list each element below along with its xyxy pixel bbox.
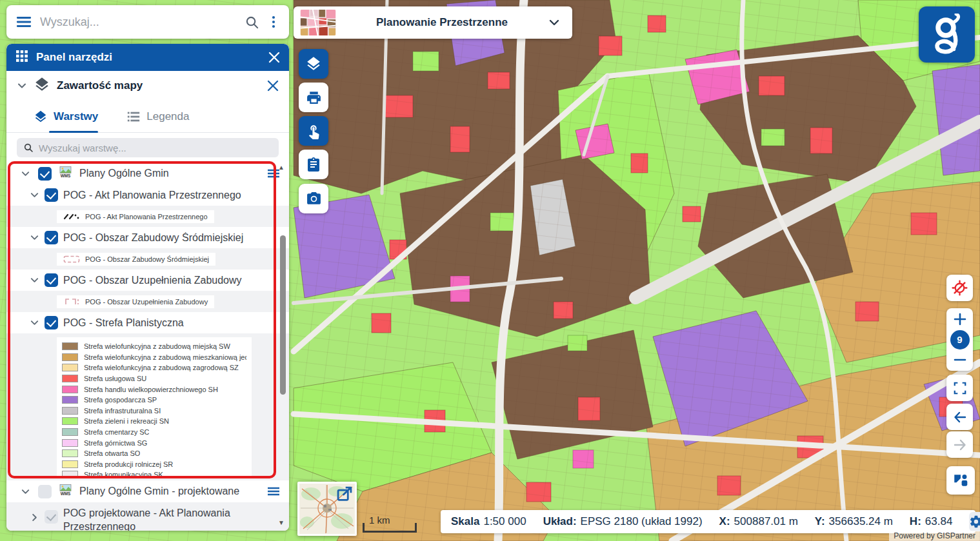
tab-warstwy[interactable]: Warstwy — [34, 110, 98, 124]
gis-app: Panel narzędzi Zawartość mapy Warstwy — [0, 0, 980, 541]
panel-header: Panel narzędzi — [6, 44, 289, 71]
arrow-right-icon — [952, 437, 968, 453]
screenshot-tool-button[interactable] — [299, 184, 328, 213]
zoom-level-badge: 9 — [950, 330, 970, 349]
overview-minimap[interactable] — [297, 482, 357, 536]
chevron-down-icon[interactable] — [30, 318, 39, 328]
chevron-down-icon[interactable] — [17, 81, 27, 91]
checkbox-plany-ogolne[interactable] — [38, 167, 52, 181]
legend-entry: Strefa cmentarzy SC — [62, 427, 246, 438]
search-input[interactable] — [40, 15, 237, 29]
app-title: Planowanie Przestrzenne — [345, 16, 539, 29]
expand-minimap-icon[interactable] — [335, 485, 354, 506]
select-tool-button[interactable] — [299, 116, 328, 146]
legend-label: Strefa handlu wielkopowierzchniowego SH — [84, 386, 218, 393]
chevron-down-icon[interactable] — [30, 190, 39, 200]
layers-icon — [305, 55, 322, 72]
panel-tabs: Warstwy Legenda — [6, 101, 289, 133]
legend-entry: Strefa wielofunkcyjna z zabudową mieszka… — [62, 352, 246, 363]
checkbox-akt-planowania[interactable] — [45, 188, 58, 202]
chevron-down-icon[interactable] — [548, 16, 561, 29]
close-section-icon[interactable] — [267, 80, 279, 92]
layer-akt-planowania[interactable]: POG - Akt Planowania Przestrzennego — [6, 184, 289, 206]
tab-warstwy-label: Warstwy — [54, 110, 98, 123]
gispartner-logo[interactable] — [919, 6, 975, 63]
print-tool-button[interactable] — [299, 83, 328, 112]
scroll-up-icon[interactable]: ▲ — [278, 164, 285, 171]
zoom-control: 9 — [946, 308, 973, 371]
search-icon — [23, 143, 34, 153]
support-button[interactable] — [946, 466, 975, 495]
legend-entry: Strefa handlu wielkopowierzchniowego SH — [62, 384, 246, 395]
menu-icon[interactable] — [15, 14, 32, 30]
legend-entry: Strefa produkcji rolniczej SR — [62, 459, 246, 470]
chevron-right-icon[interactable] — [30, 513, 39, 522]
zoom-in-button[interactable] — [954, 313, 966, 326]
location-disabled-icon — [952, 280, 968, 296]
legend-label: Strefa wielofunkcyjna z zabudową zagrodo… — [84, 364, 239, 371]
height-readout: H:63.84 — [910, 515, 953, 528]
layer-obszar-srodmiejskiej[interactable]: POG - Obszar Zabudowy Śródmiejskiej — [6, 227, 289, 248]
layer-tree: WMS Plany Ogólne Gmin POG - Akt Planowan… — [6, 162, 289, 531]
legend-entry: Strefa komunikacyjna SK — [62, 469, 246, 477]
chevron-down-icon[interactable] — [21, 487, 30, 497]
legend-label: POG - Obszar Uzupełnienia Zabudowy — [85, 298, 208, 306]
chevron-down-icon[interactable] — [30, 275, 39, 285]
legend-row: POG - Obszar Zabudowy Śródmiejskiej — [6, 248, 289, 270]
legend-row: POG - Akt Planowania Przestrzennego — [6, 206, 289, 227]
legend-entry: Strefa usługowa SU — [62, 373, 246, 384]
legend-swatch — [62, 407, 78, 415]
settings-button[interactable] — [969, 512, 980, 531]
layer-pog-projektowane[interactable]: POG projektowane - Akt Planowania Przest… — [6, 502, 289, 531]
dashed-area-symbol — [63, 255, 80, 263]
layer-menu-icon[interactable] — [267, 486, 280, 497]
wms-icon: WMS — [59, 484, 72, 498]
forward-button[interactable] — [946, 431, 973, 458]
checkbox-obszar-srodmiejskiej[interactable] — [45, 231, 58, 244]
scroll-down-icon[interactable]: ▼ — [278, 519, 285, 526]
legend-label: Strefa infrastruturalna SI — [84, 407, 161, 415]
camera-icon — [306, 191, 322, 207]
chevron-down-icon[interactable] — [30, 233, 39, 242]
zoom-out-button[interactable] — [954, 353, 966, 366]
fullscreen-button[interactable] — [946, 375, 973, 401]
grid-icon — [15, 50, 28, 65]
layer-search-input[interactable] — [39, 143, 272, 153]
legend-entry: Strefa wielofunkcyjna z zabudową zagrodo… — [62, 362, 246, 373]
close-panel-icon[interactable] — [268, 52, 280, 63]
x-coordinate-readout: X:500887.01 m — [719, 515, 798, 528]
layer-label: POG projektowane - Akt Planowania Przest… — [63, 506, 234, 531]
chevron-down-icon[interactable] — [21, 169, 30, 179]
back-button[interactable] — [946, 404, 973, 430]
app-switcher[interactable]: Planowanie Przestrzenne — [294, 6, 572, 39]
status-bar: Skala1:50 000 Układ:EPSG 2180 (układ 199… — [441, 510, 975, 533]
search-icon[interactable] — [245, 15, 259, 30]
layer-strefa-planistyczna[interactable]: POG - Strefa Planistyczna — [6, 312, 289, 333]
checkbox-pog-projektowane[interactable] — [45, 510, 58, 524]
locate-off-button[interactable] — [946, 275, 973, 301]
panel-scrollbar-thumb[interactable] — [280, 235, 286, 395]
checkbox-obszar-uzupelnienia[interactable] — [45, 273, 58, 287]
bracket-symbol — [63, 298, 80, 306]
legend-label: Strefa otwarta SO — [84, 449, 140, 457]
legend-label: Strefa usługowa SU — [84, 375, 146, 382]
layer-group-projektowane[interactable]: WMS Plany Ogólne Gmin - projektowane — [6, 480, 289, 502]
arrow-left-icon — [952, 409, 968, 425]
svg-text:WMS: WMS — [61, 491, 71, 496]
legend-entry: Strefa otwarta SO — [62, 448, 246, 459]
layer-group-plany-ogolne[interactable]: WMS Plany Ogólne Gmin — [6, 162, 289, 184]
fullscreen-icon — [953, 381, 967, 395]
layers-tool-button[interactable] — [299, 49, 328, 79]
layer-obszar-uzupelnienia[interactable]: POG - Obszar Uzupełnienia Zabudowy — [6, 270, 289, 291]
legend-label: POG - Obszar Zabudowy Śródmiejskiej — [85, 255, 209, 263]
checkbox-strefa-planistyczna[interactable] — [45, 316, 58, 330]
legend-entry: Strefa wielofunkcyjna z zabudową miejską… — [62, 341, 246, 352]
y-coordinate-readout: Y:356635.24 m — [815, 515, 893, 528]
legend-swatch — [62, 396, 78, 404]
legend-swatch — [62, 353, 78, 361]
clipboard-tool-button[interactable] — [299, 150, 328, 179]
tab-legenda[interactable]: Legenda — [126, 110, 189, 124]
checkbox-projektowane[interactable] — [38, 485, 52, 498]
legend-swatch — [62, 386, 78, 393]
kebab-menu-icon[interactable] — [267, 15, 280, 29]
